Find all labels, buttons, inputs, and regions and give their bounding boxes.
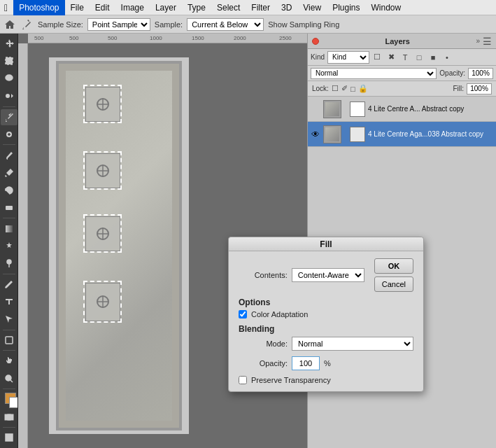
menu-filter[interactable]: Filter [246, 0, 276, 15]
svg-point-1 [6, 94, 10, 98]
ok-button[interactable]: OK [374, 258, 413, 274]
mode-select[interactable]: Normal [292, 337, 413, 351]
panel-selection-3 [83, 214, 122, 253]
tool-separator-8 [3, 427, 15, 428]
panel-title: Layers [322, 37, 473, 46]
lock-artboard-icon[interactable]: □ [350, 85, 355, 93]
panel-thumb-1 [85, 87, 120, 122]
layer-mask-2 [350, 127, 365, 142]
canvas-area[interactable]: 500 500 500 1000 1500 2000 2500 [18, 34, 496, 448]
blend-mode-select[interactable]: Normal [311, 68, 437, 79]
panel-thumb-4 [85, 283, 120, 321]
pen-tool[interactable] [1, 276, 17, 293]
menu-edit[interactable]: Edit [90, 0, 115, 15]
panel-collapse-icon[interactable]: » [476, 37, 480, 45]
shape-filter-icon[interactable]: □ [413, 51, 425, 64]
svg-rect-7 [6, 337, 13, 344]
layer-thumb-1 [323, 100, 341, 118]
opacity-input[interactable] [468, 68, 493, 79]
sample-select[interactable]: Current & Below [187, 18, 264, 31]
lasso-tool[interactable] [1, 71, 17, 87]
panel-menu-icon[interactable]: ☰ [483, 36, 492, 47]
type-filter-icon[interactable]: T [399, 51, 411, 64]
home-icon[interactable] [3, 18, 17, 31]
kind-select[interactable]: Kind [327, 51, 369, 64]
svg-point-5 [7, 260, 11, 264]
color-adaptation-row: Color Adaptation [239, 310, 413, 318]
layer-thumb-inner-2 [325, 127, 339, 141]
layer-name-1: 4 Lite Centre A... Abstract copy [368, 105, 493, 113]
menu-3d[interactable]: 3D [276, 0, 297, 15]
type-tool[interactable] [1, 294, 17, 310]
layer-thumb-2 [323, 125, 341, 144]
screen-mode-tool[interactable] [1, 430, 17, 446]
quick-select-tool[interactable] [1, 88, 17, 104]
menu-select[interactable]: Select [211, 0, 246, 15]
panel-thumb-3 [85, 216, 120, 251]
kind-label: Kind [311, 53, 325, 61]
sample-size-select[interactable]: Point Sample [87, 18, 150, 31]
sample-size-label: Sample Size: [36, 20, 85, 29]
menu-window[interactable]: Window [365, 0, 406, 15]
svg-text:2000: 2000 [234, 35, 246, 41]
layer-visibility-1[interactable] [311, 104, 320, 114]
lock-position-icon[interactable]: ✐ [341, 84, 348, 93]
layer-item-2[interactable]: 👁 4 Lite Centre Aga...038 Abstract copy [308, 122, 496, 147]
contents-row: Contents: Content-Aware OK Cancel [239, 258, 413, 292]
menu-file[interactable]: File [65, 0, 90, 15]
menu-image[interactable]: Image [115, 0, 150, 15]
opacity-label-dialog: Opacity: [239, 359, 288, 368]
shape-tool[interactable] [1, 332, 17, 349]
spot-healing-tool[interactable] [1, 127, 17, 143]
apple-logo-icon:  [4, 2, 8, 13]
gradient-tool[interactable] [1, 220, 17, 237]
pixel-filter-icon[interactable]: ☐ [371, 51, 383, 64]
eyedropper-icon[interactable] [20, 18, 34, 31]
dodge-tool[interactable] [1, 255, 17, 272]
preserve-transparency-checkbox[interactable] [239, 376, 247, 384]
menu-layer[interactable]: Layer [150, 0, 182, 15]
smart-filter-icon[interactable]: ■ [427, 51, 439, 64]
lock-pixels-icon[interactable]: ☐ [332, 84, 339, 93]
eraser-tool[interactable] [1, 200, 17, 216]
layer-visibility-2[interactable]: 👁 [311, 130, 320, 139]
color-adaptation-checkbox[interactable] [239, 310, 247, 318]
opacity-input-dialog[interactable]: 100 [292, 356, 320, 370]
extra-filter-icon[interactable]: • [441, 51, 453, 64]
menu-type[interactable]: Type [182, 0, 211, 15]
quick-mask-tool[interactable] [1, 409, 17, 425]
fill-label: Fill: [453, 85, 464, 92]
adjustment-filter-icon[interactable]: ✖ [385, 51, 397, 64]
canvas-document [49, 57, 189, 434]
move-tool[interactable] [1, 36, 17, 52]
eyedropper-tool-btn[interactable] [1, 109, 17, 125]
foreground-color[interactable] [1, 391, 17, 407]
menu-plugins[interactable]: Plugins [327, 0, 365, 15]
svg-rect-10 [8, 414, 13, 420]
blend-mode-row: Normal Opacity: [308, 66, 496, 81]
brush-tool[interactable] [1, 147, 17, 163]
panel-icon-4 [93, 292, 113, 312]
layer-item-1[interactable]: 4 Lite Centre A... Abstract copy [308, 97, 496, 122]
tool-separator-1 [3, 106, 15, 107]
layer-mask-1 [350, 102, 365, 117]
clone-stamp-tool[interactable] [1, 164, 17, 181]
fill-input[interactable] [467, 83, 492, 94]
blur-tool[interactable] [1, 238, 17, 254]
svg-rect-4 [6, 225, 13, 232]
panel-close-btn[interactable] [312, 38, 319, 45]
cancel-button[interactable]: Cancel [374, 276, 413, 292]
hand-tool[interactable] [1, 353, 17, 369]
history-brush-tool[interactable] [1, 182, 17, 198]
path-selection-tool[interactable] [1, 312, 17, 328]
menu-view[interactable]: View [297, 0, 327, 15]
ruler-left [18, 43, 28, 448]
lock-all-icon[interactable]: 🔒 [358, 84, 368, 93]
contents-select[interactable]: Content-Aware [292, 268, 364, 282]
marquee-tool[interactable] [1, 53, 17, 69]
menu-bar:  Photoshop File Edit Image Layer Type S… [0, 0, 496, 15]
fill-dialog-body: Contents: Content-Aware OK Cancel Option… [229, 251, 423, 391]
zoom-tool[interactable] [1, 370, 17, 386]
dialog-buttons: OK Cancel [374, 258, 413, 292]
menu-photoshop[interactable]: Photoshop [13, 0, 64, 15]
